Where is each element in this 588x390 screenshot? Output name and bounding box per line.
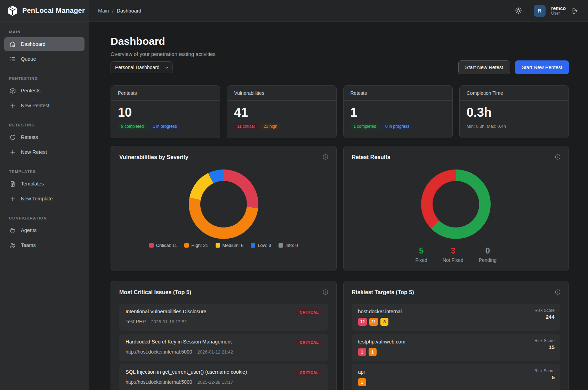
sidebar-item-label: Teams	[21, 242, 36, 248]
not-fixed-count: 3	[443, 246, 464, 256]
home-icon	[9, 41, 16, 48]
charts-grid: Vulnerabilities by Severity Critical: 11…	[111, 146, 569, 271]
info-icon[interactable]	[322, 289, 329, 295]
sidebar-item-dashboard[interactable]: Dashboard	[4, 37, 84, 51]
severity-donut-chart	[189, 169, 258, 239]
sidebar-item-agents[interactable]: Agents	[4, 223, 84, 237]
sidebar-item-new-template[interactable]: New Template	[4, 192, 84, 206]
severity-badge: CRITICAL	[296, 339, 322, 346]
sidebar: MAIN Dashboard Queue PENTESTING Pentests	[0, 22, 89, 390]
sidebar-section-pentesting: PENTESTING Pentests New Pentest	[0, 73, 89, 113]
target-name: api	[358, 369, 554, 375]
card-title: Riskiest Targets (Top 5)	[352, 289, 414, 296]
topbar-right: R remco User	[515, 5, 579, 17]
issue-row[interactable]: SQL Injection in get_current_user() (use…	[119, 364, 328, 390]
issue-target: Test PHP	[126, 319, 146, 324]
issue-row[interactable]: Intentional Vulnerabilities Disclosure T…	[119, 304, 328, 331]
info-icon[interactable]	[555, 154, 561, 160]
start-new-pentest-button[interactable]: Start New Pentest	[515, 60, 569, 74]
people-icon	[9, 242, 16, 249]
status-badge: 11 critical	[234, 123, 258, 130]
document-icon	[9, 181, 16, 187]
risk-score-block: Risk Score 15	[534, 338, 555, 350]
breadcrumb-separator: /	[112, 8, 113, 14]
sidebar-item-label: New Pentest	[21, 103, 49, 108]
target-list: host.docker.internal 12 21 8 Risk Score …	[352, 304, 561, 390]
breadcrumb-main-link[interactable]: Main	[98, 8, 109, 14]
severity-chart-card: Vulnerabilities by Severity Critical: 11…	[111, 146, 337, 271]
lists-grid: Most Critical Issues (Top 5) Intentional…	[111, 281, 569, 390]
target-row[interactable]: host.docker.internal 12 21 8 Risk Score …	[352, 304, 561, 331]
sidebar-item-teams[interactable]: Teams	[4, 238, 84, 252]
dashboard-select-value: Personal Dashboard	[115, 65, 160, 70]
stats-grid: Pentests 10 9 completed 1 in progress Vu…	[111, 85, 569, 138]
app-title: PenLocal Manager	[22, 7, 85, 15]
risk-score-label: Risk Score	[534, 368, 555, 373]
sidebar-section-main: MAIN Dashboard Queue	[0, 26, 89, 66]
action-buttons: Start New Retest Start New Pentest	[458, 60, 569, 74]
target-name: host.docker.internal	[358, 309, 554, 314]
topbar: PenLocal Manager Main / Dashboard R remc…	[0, 0, 588, 22]
status-badge: 0 in progress	[382, 123, 412, 130]
sidebar-section-label: RETESTING	[0, 119, 89, 129]
risk-score-value: 15	[534, 344, 555, 350]
stat-note: Min: 0.3h, Max: 0.4h	[467, 124, 562, 129]
issue-row[interactable]: Hardcoded Secret Key in Session Manageme…	[119, 334, 328, 361]
legend-item-medium: Medium: 6	[216, 243, 244, 248]
stat-label: Retests	[344, 86, 452, 101]
info-icon[interactable]	[555, 289, 561, 295]
legend-label: High: 21	[191, 243, 208, 248]
retest-donut-chart	[421, 169, 491, 239]
chevron-down-icon	[164, 65, 169, 70]
high-count-badge: 1	[358, 378, 366, 386]
sidebar-item-retests[interactable]: Retests	[4, 130, 84, 144]
controls-row: Personal Dashboard Start New Retest Star…	[111, 60, 569, 74]
risk-score-value: 244	[534, 314, 555, 320]
sidebar-section-retesting: RETESTING Retests New Retest	[0, 119, 89, 159]
retest-results-card: Retest Results 5 Fixed 3 Not Fixed 0 Pen…	[343, 146, 569, 271]
refresh-icon	[9, 134, 16, 141]
issue-target: http://host.docker.internal:5000	[126, 379, 192, 385]
target-row[interactable]: testphp.vulnweb.com 1 1 Risk Score 15	[352, 334, 561, 361]
legend-label: Critical: 11	[156, 243, 177, 248]
status-badge: 1 in progress	[150, 123, 180, 130]
sidebar-item-pentests[interactable]: Pentests	[4, 84, 84, 98]
stat-value: 41	[234, 106, 329, 119]
plus-icon	[9, 149, 16, 156]
user-role: User	[551, 11, 566, 16]
retest-stat-pending: 0 Pending	[479, 246, 497, 263]
legend-label: Low: 3	[258, 243, 271, 248]
not-fixed-label: Not Fixed	[443, 257, 464, 263]
risk-score-block: Risk Score 5	[534, 368, 555, 381]
sidebar-item-queue[interactable]: Queue	[4, 52, 84, 66]
dashboard-select[interactable]: Personal Dashboard	[111, 61, 172, 73]
list-icon	[9, 56, 16, 63]
sidebar-section-label: TEMPLATES	[0, 166, 89, 176]
logout-icon[interactable]	[571, 7, 579, 15]
sidebar-item-label: Agents	[21, 227, 37, 233]
issue-target: http://host.docker.internal:5000	[126, 349, 192, 355]
user-avatar[interactable]: R	[534, 5, 546, 17]
sidebar-item-new-pentest[interactable]: New Pentest	[4, 99, 84, 113]
sidebar-item-new-retest[interactable]: New Retest	[4, 145, 84, 159]
high-count-badge: 21	[369, 318, 378, 326]
legend-item-low: Low: 3	[251, 243, 271, 248]
status-badge: 9 completed	[118, 123, 147, 130]
sidebar-item-templates[interactable]: Templates	[4, 177, 84, 191]
severity-badge: CRITICAL	[296, 369, 322, 376]
target-row[interactable]: api 1 Risk Score 5	[352, 364, 561, 390]
legend-item-critical: Critical: 11	[149, 243, 177, 248]
target-name: testphp.vulnweb.com	[358, 339, 554, 345]
stat-value: 10	[118, 106, 213, 119]
theme-toggle-sun-icon[interactable]	[515, 7, 522, 15]
topbar-divider	[528, 6, 528, 16]
sidebar-item-label: New Retest	[21, 149, 47, 155]
legend-swatch	[149, 243, 154, 248]
breadcrumb: Main / Dashboard	[98, 8, 141, 14]
info-icon[interactable]	[322, 154, 329, 160]
package-icon	[9, 88, 16, 94]
start-new-retest-button[interactable]: Start New Retest	[458, 60, 510, 74]
risk-score-label: Risk Score	[534, 338, 555, 343]
riskiest-targets-card: Riskiest Targets (Top 5) host.docker.int…	[343, 281, 569, 390]
sidebar-item-label: Retests	[21, 134, 38, 140]
